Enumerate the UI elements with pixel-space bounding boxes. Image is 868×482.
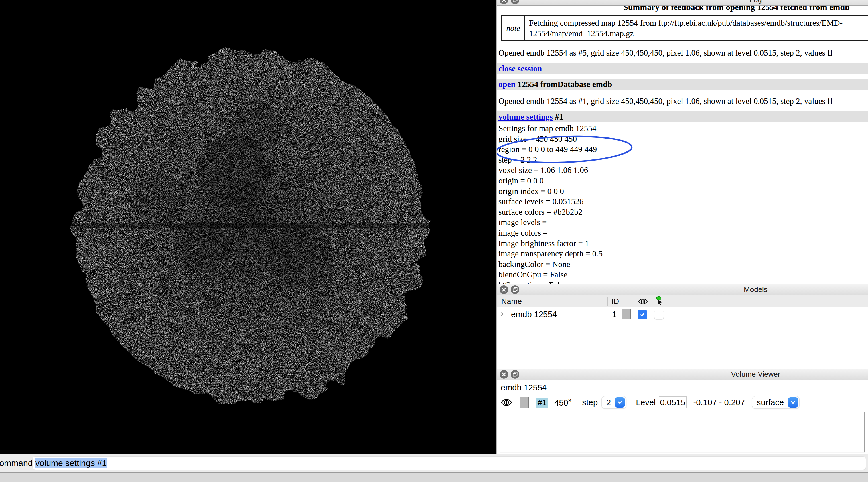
log-command-echo: open 12554 fromDatabase emdb: [497, 79, 868, 90]
models-header-row: Name ID: [497, 296, 868, 307]
chevron-right-icon[interactable]: ›: [501, 309, 503, 318]
volume-histogram[interactable]: [500, 412, 865, 452]
note-text: Fetching compressed map 12554 from ftp:/…: [525, 16, 868, 41]
step-label: step: [582, 398, 598, 407]
volume-settings-list: Settings for map emdb 12554 grid size = …: [498, 123, 868, 284]
volume-shown-eye-icon[interactable]: [500, 398, 513, 407]
volume-viewer-titlebar: Volume Viewer: [497, 369, 868, 380]
close-icon[interactable]: [500, 0, 508, 4]
column-name: Name: [501, 297, 522, 306]
column-id: ID: [611, 297, 619, 306]
command-bar: Command: volume settings #1: [0, 454, 868, 472]
level-label: Level: [636, 398, 656, 407]
select-column-cursor-icon[interactable]: [655, 296, 663, 307]
log-opened-line-5: Opened emdb 12554 as #5, grid size 450,4…: [498, 48, 868, 58]
open-link[interactable]: open: [498, 80, 516, 89]
graphics-viewport[interactable]: [0, 0, 496, 454]
side-panel-column: Log Summary of feedback from opening 125…: [496, 0, 868, 454]
model-id: 1: [612, 310, 617, 319]
settings-line: origin index = 0 0 0: [498, 186, 868, 197]
undock-icon[interactable]: [511, 370, 519, 379]
model-selected-checkbox[interactable]: [654, 310, 664, 320]
close-session-link[interactable]: close session: [498, 64, 542, 73]
chevron-down-icon[interactable]: [615, 397, 625, 408]
command-selected-text: volume settings #1: [35, 458, 106, 468]
settings-line: blendOnGpu = False: [498, 269, 868, 280]
settings-line: origin = 0 0 0: [498, 175, 868, 186]
settings-line: image transparency depth = 0.5: [498, 248, 868, 259]
undock-icon[interactable]: [511, 285, 519, 294]
models-panel-title: Models: [744, 285, 768, 294]
settings-line: backingColor = None: [498, 259, 868, 270]
models-titlebar: Models: [497, 284, 868, 296]
log-content: Summary of feedback from opening 12554 f…: [497, 6, 868, 284]
note-label: note: [502, 16, 525, 41]
open-command-rest: 12554 fromDatabase emdb: [516, 80, 612, 89]
model-name: emdb 12554: [511, 310, 557, 319]
model-row[interactable]: › emdb 12554 1: [497, 307, 868, 322]
settings-line: voxel size = 1.06 1.06 1.06: [498, 165, 868, 175]
models-panel: Models Name ID › emdb 12554 1: [497, 284, 868, 369]
settings-line: image brightness factor = 1: [498, 238, 868, 249]
log-titlebar: Log: [497, 0, 868, 6]
log-note-table: note Fetching compressed map 12554 from …: [501, 15, 868, 41]
close-icon[interactable]: [500, 370, 508, 379]
settings-line: btCorrection = False: [498, 280, 868, 284]
settings-line: Settings for map emdb 12554: [498, 123, 868, 134]
level-range-text: -0.107 - 0.207: [693, 398, 745, 407]
volume-viewer-panel: Volume Viewer emdb 12554 #1 4503 step 2 …: [497, 369, 868, 454]
model-color-swatch[interactable]: [622, 309, 631, 320]
settings-line: image colors =: [498, 228, 868, 238]
volume-controls-row: #1 4503 step 2 Level -0.107 - 0.207 surf…: [500, 396, 868, 409]
log-summary-heading: Summary of feedback from opening 12554 f…: [623, 6, 868, 12]
volume-color-swatch[interactable]: [520, 397, 529, 408]
log-panel-title: Log: [749, 0, 762, 4]
log-command-echo: close session: [497, 63, 868, 74]
settings-line: grid size = 450 450 450: [498, 134, 868, 144]
settings-line-region: region = 0 0 0 to 449 449 449: [498, 144, 868, 155]
style-dropdown[interactable]: surface: [752, 396, 799, 409]
command-label: Command:: [0, 458, 35, 468]
step-dropdown[interactable]: 2: [602, 396, 626, 409]
command-input[interactable]: volume settings #1: [32, 457, 866, 470]
log-opened-line-1: Opened emdb 12554 as #1, grid size 450,4…: [498, 96, 868, 107]
log-panel: Log Summary of feedback from opening 125…: [497, 0, 868, 284]
model-shown-checkbox[interactable]: [638, 310, 647, 320]
level-input[interactable]: [659, 396, 687, 409]
volume-model-name: emdb 12554: [501, 383, 868, 392]
close-icon[interactable]: [500, 285, 508, 294]
volume-settings-link[interactable]: volume settings: [498, 112, 553, 121]
status-bar: [0, 472, 868, 482]
undock-icon[interactable]: [511, 0, 519, 4]
density-map-render[interactable]: [0, 0, 496, 454]
volume-settings-rest: #1: [553, 112, 563, 121]
log-command-echo: volume settings #1: [497, 111, 868, 122]
settings-line: step = 2 2 2: [498, 155, 868, 165]
settings-line: surface colors = #b2b2b2: [498, 207, 868, 217]
shown-column-eye-icon[interactable]: [638, 298, 648, 305]
settings-line: image levels =: [498, 217, 868, 228]
volume-id-chip[interactable]: #1: [536, 398, 548, 408]
chevron-down-icon[interactable]: [788, 397, 798, 408]
volume-viewer-panel-title: Volume Viewer: [731, 370, 780, 379]
settings-line: surface levels = 0.051526: [498, 196, 868, 207]
volume-grid-size: 4503: [554, 398, 571, 408]
